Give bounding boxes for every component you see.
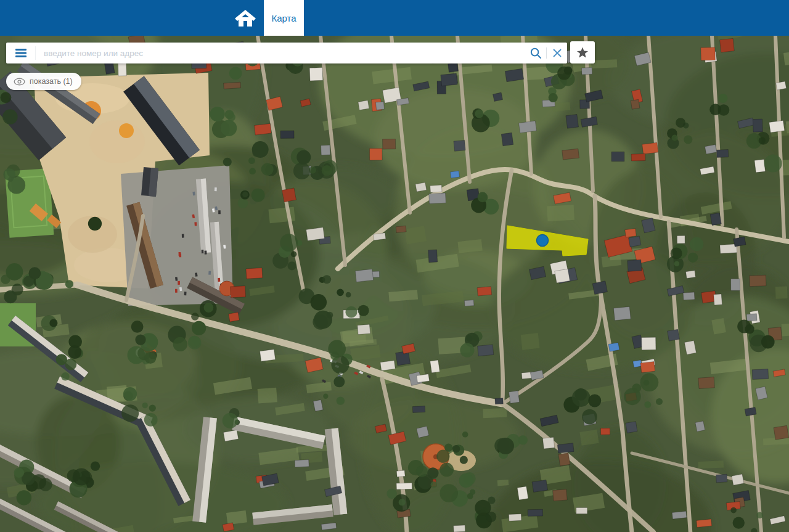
show-objects-button[interactable]: показать (1) xyxy=(6,73,81,90)
menu-icon xyxy=(15,49,27,57)
menu-button[interactable] xyxy=(6,43,35,63)
search-bar xyxy=(6,43,567,63)
parcel-marker[interactable] xyxy=(537,235,549,247)
show-objects-label: показать (1) xyxy=(30,77,73,86)
close-icon xyxy=(553,49,562,57)
tab-map-label: Карта xyxy=(271,13,296,23)
clear-search-button[interactable] xyxy=(547,43,567,63)
search-icon xyxy=(530,47,542,59)
search-button[interactable] xyxy=(526,43,546,63)
favorites-button[interactable] xyxy=(570,41,595,63)
star-icon xyxy=(576,47,589,59)
map-viewport[interactable]: показать (1) xyxy=(0,36,789,532)
satellite-map[interactable] xyxy=(0,36,789,532)
top-bar: Карта xyxy=(0,0,789,36)
search-divider-right xyxy=(546,47,547,59)
home-icon xyxy=(234,7,256,28)
eye-icon xyxy=(14,78,25,86)
search-input[interactable] xyxy=(36,43,526,63)
home-button[interactable] xyxy=(228,0,263,36)
map-application: Карта xyxy=(0,0,789,532)
tab-map[interactable]: Карта xyxy=(264,0,304,36)
